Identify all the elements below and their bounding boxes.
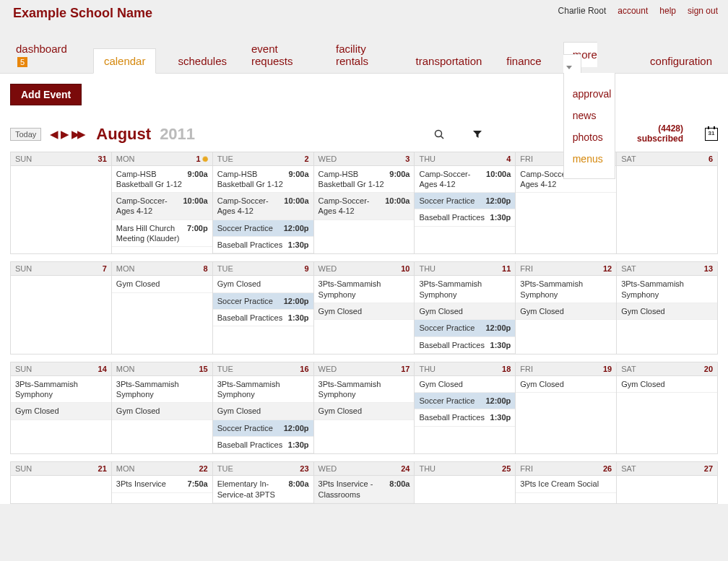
calendar-event[interactable]: Elementary In-Service-at 3PTS8:00a — [213, 476, 313, 503]
tab-facility-rentals[interactable]: facility rentals — [333, 37, 394, 73]
calendar-event[interactable]: Gym Closed — [516, 303, 616, 320]
today-button[interactable]: Today — [10, 128, 41, 141]
calendar-day[interactable]: TUE163Pts-Sammamish SymphonyGym ClosedSo… — [212, 362, 313, 453]
calendar-event[interactable]: Gym Closed — [516, 376, 616, 393]
calendar-day[interactable]: THU113Pts-Sammamish SymphonyGym ClosedSo… — [414, 261, 515, 353]
calendar-event[interactable]: Baseball Practices1:30p — [213, 237, 313, 253]
calendar-event[interactable]: Baseball Practices1:30p — [415, 409, 515, 426]
calendar-day[interactable]: TUE2Camp-HSB Basketball Gr 1-129:00aCamp… — [212, 152, 313, 254]
calendar-day[interactable]: MON223Pts Inservice7:50a — [111, 461, 212, 503]
calendar-day[interactable]: FRI19Gym Closed — [515, 362, 616, 453]
calendar-day[interactable]: SAT133Pts-Sammamish SymphonyGym Closed — [616, 261, 718, 353]
tab-transportation[interactable]: transportation — [413, 49, 485, 73]
calendar-event[interactable]: 3Pts Ice Cream Social — [516, 476, 616, 492]
more-photos[interactable]: photos — [573, 126, 615, 148]
calendar-day[interactable]: MON8Gym Closed — [111, 261, 212, 353]
calendar-event[interactable]: Gym Closed — [112, 276, 212, 292]
calendar-event[interactable]: 3Pts-Sammamish Symphony — [314, 376, 415, 404]
calendar-event[interactable]: Camp-HSB Basketball Gr 1-129:00a — [112, 166, 212, 193]
calendar-event[interactable]: 3Pts-Sammamish Symphony — [516, 276, 616, 303]
calendar-day[interactable]: SUN7 — [10, 261, 111, 353]
calendar-day[interactable]: TUE9Gym ClosedSoccer Practice12:00pBaseb… — [212, 261, 313, 353]
calendar-day[interactable]: FRI123Pts-Sammamish SymphonyGym Closed — [515, 261, 616, 353]
calendar-event[interactable]: Gym Closed — [617, 303, 717, 320]
calendar-day[interactable]: SAT6 — [616, 152, 718, 254]
calendar-event[interactable]: Soccer Practice12:00p — [415, 193, 515, 209]
calendar-day[interactable]: SUN21 — [10, 461, 111, 503]
signout-link[interactable]: sign out — [688, 6, 718, 16]
calendar-event[interactable]: Gym Closed — [314, 403, 415, 419]
tab-schedules[interactable]: schedules — [175, 49, 230, 73]
calendar-event[interactable]: Soccer Practice12:00p — [213, 220, 313, 237]
more-news[interactable]: news — [573, 105, 615, 126]
calendar-event[interactable]: Gym Closed — [11, 403, 111, 419]
tab-calendar[interactable]: calendar — [93, 48, 157, 74]
prev-month-icon[interactable]: ◀ — [50, 128, 58, 141]
calendar-day[interactable]: MON153Pts-Sammamish SymphonyGym Closed — [111, 362, 212, 453]
tab-finance[interactable]: finance — [503, 49, 544, 73]
calendar-day[interactable]: WED103Pts-Sammamish SymphonyGym Closed — [313, 261, 415, 353]
calendar-icon[interactable]: 31 — [705, 128, 718, 141]
calendar-event[interactable]: 3Pts-Sammamish Symphony — [314, 276, 415, 303]
calendar-event[interactable]: 3Pts-Sammamish Symphony — [112, 376, 212, 404]
chevron-down-icon — [566, 66, 572, 69]
search-icon[interactable] — [433, 129, 445, 140]
calendar-day[interactable]: SUN143Pts-Sammamish SymphonyGym Closed — [10, 362, 111, 453]
calendar-day[interactable]: THU4Camp-Soccer-Ages 4-1210:00aSoccer Pr… — [414, 152, 515, 254]
calendar-event[interactable]: Soccer Practice12:00p — [213, 420, 313, 437]
calendar-day[interactable]: SAT27 — [616, 461, 718, 503]
calendar-event[interactable]: Soccer Practice12:00p — [213, 293, 313, 310]
next-month-icon[interactable]: ▶ — [61, 128, 69, 141]
calendar-event[interactable]: Gym Closed — [314, 303, 415, 320]
calendar-event[interactable]: 3Pts-Sammamish Symphony — [213, 376, 313, 404]
calendar-day[interactable]: TUE23Elementary In-Service-at 3PTS8:00a — [212, 461, 313, 503]
calendar-event[interactable]: Mars Hill Church Meeting (Klauder)7:00p — [112, 220, 212, 248]
calendar-event[interactable]: 3Pts Inservice - Classrooms8:00a — [314, 476, 415, 503]
filter-icon[interactable] — [472, 129, 482, 139]
calendar-event[interactable]: Gym Closed — [415, 303, 515, 320]
more-approval[interactable]: approval — [573, 83, 615, 105]
calendar-event[interactable]: 3Pts-Sammamish Symphony — [11, 376, 111, 404]
calendar-day[interactable]: MON1✺Camp-HSB Basketball Gr 1-129:00aCam… — [111, 152, 212, 254]
calendar-event[interactable]: Baseball Practices1:30p — [415, 209, 515, 226]
calendar-event[interactable]: Camp-Soccer-Ages 4-1210:00a — [415, 166, 515, 193]
subscribed-info[interactable]: (4428) subscribed — [637, 124, 683, 144]
help-link[interactable]: help — [659, 6, 676, 16]
calendar-event[interactable]: Camp-Soccer-Ages 4-1210:00a — [314, 193, 415, 220]
next-year-icon[interactable]: ▶▶ — [72, 128, 83, 141]
calendar-event[interactable]: Camp-HSB Basketball Gr 1-129:00a — [213, 166, 313, 193]
calendar-event[interactable]: Gym Closed — [415, 376, 515, 393]
calendar-event[interactable]: Soccer Practice12:00p — [415, 320, 515, 336]
tab-configuration[interactable]: configuration — [647, 49, 715, 73]
calendar-day[interactable]: THU18Gym ClosedSoccer Practice12:00pBase… — [414, 362, 515, 453]
calendar-event[interactable]: Baseball Practices1:30p — [213, 310, 313, 326]
calendar-event[interactable]: Gym Closed — [213, 403, 313, 419]
calendar-event[interactable]: Camp-HSB Basketball Gr 1-129:00a — [314, 166, 415, 193]
calendar-event[interactable]: Gym Closed — [213, 276, 313, 292]
account-link[interactable]: account — [618, 6, 648, 16]
add-event-button[interactable]: Add Event — [10, 84, 82, 105]
calendar-day[interactable]: SAT20Gym Closed — [616, 362, 718, 453]
calendar-day[interactable]: THU25 — [414, 461, 515, 503]
calendar-event[interactable]: Gym Closed — [112, 403, 212, 419]
calendar-event[interactable]: 3Pts-Sammamish Symphony — [617, 276, 717, 303]
day-header: WED3 — [314, 152, 415, 166]
tab-event-requests[interactable]: event requests — [248, 37, 314, 73]
calendar-event[interactable]: Baseball Practices1:30p — [415, 337, 515, 354]
calendar-event[interactable]: Baseball Practices1:30p — [213, 437, 313, 453]
calendar-day[interactable]: SUN31 — [10, 152, 111, 254]
calendar-day[interactable]: WED243Pts Inservice - Classrooms8:00a — [313, 461, 415, 503]
calendar-day[interactable]: WED3Camp-HSB Basketball Gr 1-129:00aCamp… — [313, 152, 415, 254]
calendar-event[interactable]: 3Pts-Sammamish Symphony — [415, 276, 515, 303]
calendar-event[interactable]: Camp-Soccer-Ages 4-1210:00a — [213, 193, 313, 220]
calendar-event[interactable]: Soccer Practice12:00p — [415, 393, 515, 409]
calendar-event[interactable]: 3Pts Inservice7:50a — [112, 476, 212, 492]
calendar-event[interactable]: Camp-Soccer-Ages 4-1210:00a — [112, 193, 212, 220]
calendar-event[interactable]: Gym Closed — [617, 376, 717, 393]
event-name: 3Pts-Sammamish Symphony — [116, 379, 208, 400]
tab-dashboard[interactable]: dashboard 5 — [13, 37, 74, 73]
more-menus[interactable]: menus — [573, 148, 615, 170]
calendar-day[interactable]: FRI263Pts Ice Cream Social — [515, 461, 616, 503]
dow-label: THU — [419, 264, 436, 273]
calendar-day[interactable]: WED173Pts-Sammamish SymphonyGym Closed — [313, 362, 415, 453]
